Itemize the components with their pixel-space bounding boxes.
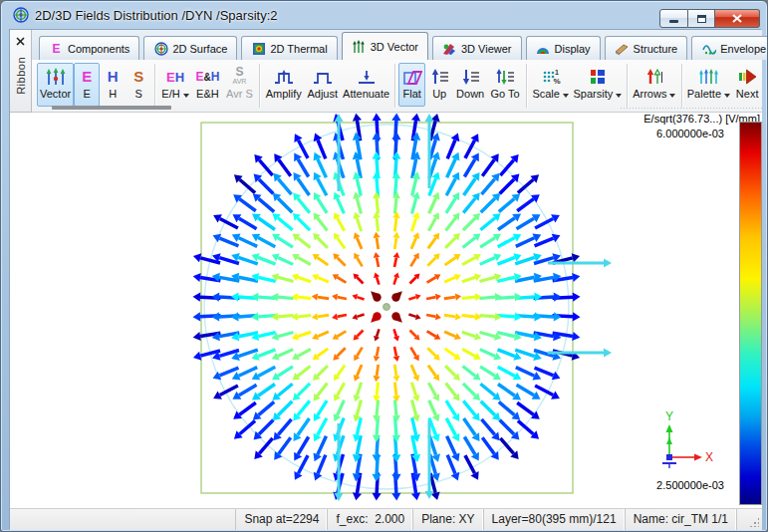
- adjust-icon: [313, 66, 333, 88]
- separator: [394, 64, 395, 108]
- components-icon: E: [49, 42, 64, 56]
- dropdown-caret-icon: [563, 94, 569, 98]
- amplify-icon: [274, 66, 294, 88]
- tab-components[interactable]: E Components: [39, 36, 139, 60]
- h-label: H: [109, 88, 117, 101]
- 3d-viewer-icon: [442, 42, 457, 56]
- status-name: Name: cir_TM 1/1: [625, 509, 736, 530]
- 2d-thermal-icon: [251, 42, 266, 56]
- sparsity-button[interactable]: Sparsity: [572, 63, 625, 107]
- tab-label: 3D Vector: [371, 41, 418, 53]
- tab-structure[interactable]: Structure: [605, 36, 688, 60]
- adjust-button[interactable]: Adjust: [304, 63, 341, 107]
- ribbon-close-button[interactable]: [13, 33, 29, 49]
- palette-icon: [698, 66, 718, 88]
- next-icon: [737, 66, 757, 88]
- close-button[interactable]: [715, 9, 760, 28]
- avr-s-icon: SAVR: [232, 66, 246, 88]
- dropdown-caret-icon: [724, 94, 730, 98]
- display-icon: [536, 42, 551, 56]
- s-letter-icon: S: [133, 66, 143, 88]
- app-window: 2D/3D Fields Distribution /DYN /Sparsity…: [0, 0, 768, 532]
- s-field-button[interactable]: S S: [126, 63, 151, 107]
- scale-icon: 1 %: [541, 66, 561, 88]
- e-over-h-label: E/H: [161, 88, 179, 101]
- tab-2d-thermal[interactable]: 2D Thermal: [241, 36, 337, 60]
- next-label: Next: [736, 88, 759, 101]
- status-fexc: f_exc: 2.000: [327, 509, 412, 530]
- next-button[interactable]: Next: [732, 63, 762, 107]
- up-icon: [429, 66, 449, 88]
- flat-label: Flat: [403, 88, 421, 101]
- amplify-label: Amplify: [266, 88, 302, 101]
- h-field-button[interactable]: H H: [100, 63, 126, 107]
- title-bar[interactable]: 2D/3D Fields Distribution /DYN /Sparsity…: [1, 1, 768, 29]
- adjust-label: Adjust: [307, 88, 338, 101]
- goto-label: Go To: [491, 88, 520, 101]
- attenuate-icon: [357, 66, 377, 88]
- up-label: Up: [432, 88, 446, 101]
- tab-label: Components: [68, 43, 129, 55]
- ribbon-scroll-thumb[interactable]: [52, 106, 171, 110]
- tab-label: 2D Thermal: [270, 43, 327, 55]
- e-field-button[interactable]: E E: [74, 63, 100, 107]
- tab-envelope[interactable]: Envelope: [691, 36, 768, 60]
- amplify-button[interactable]: Amplify: [263, 63, 304, 107]
- resize-grip-cell: [736, 509, 762, 530]
- svg-text:%: %: [553, 77, 560, 86]
- ribbon-grip-texture: [620, 107, 768, 111]
- ribbon-side-strip: Ribbon: [10, 30, 32, 113]
- tab-2d-surface[interactable]: 2D Surface: [143, 36, 237, 60]
- goto-button[interactable]: Go To: [487, 63, 522, 107]
- attenuate-button[interactable]: Attenuate: [341, 63, 391, 107]
- down-button[interactable]: Down: [453, 63, 488, 107]
- arrows-label: Arrows: [633, 88, 666, 101]
- e-letter-icon: E: [82, 66, 92, 88]
- dropdown-caret-icon: [183, 94, 189, 98]
- resize-grip[interactable]: [749, 517, 759, 527]
- arrows-button[interactable]: Arrows: [631, 63, 678, 107]
- e-label: E: [84, 88, 91, 101]
- palette-button[interactable]: Palette: [685, 63, 733, 107]
- window-title: 2D/3D Fields Distribution /DYN /Sparsity…: [35, 8, 277, 23]
- palette-label: Palette: [687, 88, 721, 101]
- sparsity-label: Sparsity: [573, 88, 613, 101]
- ribbon-tabs: E Components 2D Surface: [32, 30, 762, 60]
- e-and-h-button[interactable]: E&H E&H: [192, 63, 223, 107]
- separator: [681, 64, 682, 108]
- vector-button[interactable]: Vector: [37, 63, 74, 107]
- tab-3d-viewer[interactable]: 3D Viewer: [432, 36, 522, 60]
- tab-label: Display: [555, 43, 591, 55]
- plot-area[interactable]: XY E/sqrt(376.73...) [V/mm] 6.000000e-03…: [10, 113, 762, 508]
- scale-label: Scale: [532, 88, 560, 101]
- colorbar-max-value: 6.000000e-03: [656, 128, 724, 139]
- separator: [259, 64, 260, 108]
- h-letter-icon: H: [108, 66, 119, 88]
- client-area: Ribbon E Components 2D Surface: [9, 29, 761, 529]
- arrows-icon: [645, 66, 663, 88]
- up-button[interactable]: Up: [425, 63, 452, 107]
- svg-text:1: 1: [555, 69, 559, 76]
- minimize-button[interactable]: [659, 9, 688, 28]
- avr-s-button[interactable]: SAVR Avr S: [223, 63, 256, 107]
- separator: [154, 64, 155, 108]
- structure-icon: [615, 42, 630, 56]
- ribbon-close-icon: [16, 37, 25, 46]
- flat-icon: [402, 66, 422, 88]
- tab-display[interactable]: Display: [526, 36, 601, 60]
- maximize-icon: [697, 15, 706, 23]
- avr-s-label: Avr S: [226, 88, 253, 101]
- flat-button[interactable]: Flat: [398, 63, 425, 107]
- maximize-button[interactable]: [688, 9, 715, 28]
- e-and-h-icon: E&H: [195, 66, 219, 88]
- close-icon: [732, 14, 742, 23]
- down-label: Down: [456, 88, 484, 101]
- colorbar-min-value: 2.500000e-03: [656, 479, 724, 491]
- tab-label: Envelope: [720, 43, 766, 55]
- dropdown-caret-icon: [669, 94, 675, 98]
- scale-button[interactable]: 1 % Scale: [530, 63, 572, 107]
- minimize-icon: [669, 20, 678, 23]
- e-over-h-button[interactable]: EH E/H: [158, 63, 192, 107]
- status-bar: Snap at=2294 f_exc: 2.000 Plane: XY Laye…: [10, 508, 762, 530]
- tab-3d-vector[interactable]: 3D Vector: [342, 32, 428, 60]
